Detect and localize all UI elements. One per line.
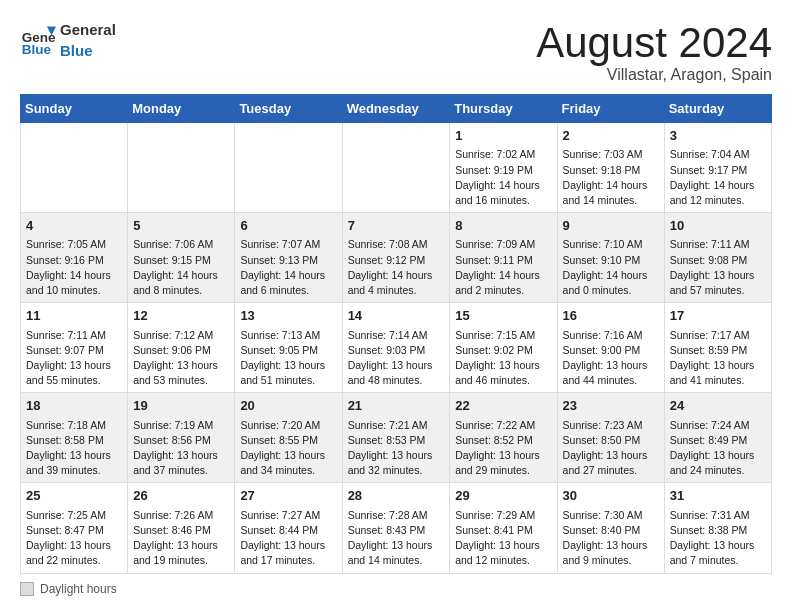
title-block: August 2024 Villastar, Aragon, Spain	[536, 20, 772, 84]
logo-icon: General Blue	[20, 22, 56, 58]
day-info: Sunrise: 7:30 AM Sunset: 8:40 PM Dayligh…	[563, 508, 659, 569]
calendar-cell: 26Sunrise: 7:26 AM Sunset: 8:46 PM Dayli…	[128, 483, 235, 573]
calendar-week-row: 4Sunrise: 7:05 AM Sunset: 9:16 PM Daylig…	[21, 213, 772, 303]
calendar-week-row: 1Sunrise: 7:02 AM Sunset: 9:19 PM Daylig…	[21, 123, 772, 213]
col-header-tuesday: Tuesday	[235, 95, 342, 123]
day-info: Sunrise: 7:13 AM Sunset: 9:05 PM Dayligh…	[240, 328, 336, 389]
calendar-header-row: SundayMondayTuesdayWednesdayThursdayFrid…	[21, 95, 772, 123]
day-number: 4	[26, 217, 122, 235]
logo: General Blue General Blue	[20, 20, 116, 61]
day-info: Sunrise: 7:20 AM Sunset: 8:55 PM Dayligh…	[240, 418, 336, 479]
day-number: 13	[240, 307, 336, 325]
calendar-cell	[21, 123, 128, 213]
calendar-cell: 21Sunrise: 7:21 AM Sunset: 8:53 PM Dayli…	[342, 393, 450, 483]
col-header-monday: Monday	[128, 95, 235, 123]
col-header-sunday: Sunday	[21, 95, 128, 123]
daylight-box	[20, 582, 34, 596]
calendar-week-row: 25Sunrise: 7:25 AM Sunset: 8:47 PM Dayli…	[21, 483, 772, 573]
calendar-week-row: 18Sunrise: 7:18 AM Sunset: 8:58 PM Dayli…	[21, 393, 772, 483]
calendar-cell: 15Sunrise: 7:15 AM Sunset: 9:02 PM Dayli…	[450, 303, 557, 393]
day-info: Sunrise: 7:15 AM Sunset: 9:02 PM Dayligh…	[455, 328, 551, 389]
daylight-label: Daylight hours	[40, 582, 117, 596]
day-number: 11	[26, 307, 122, 325]
day-number: 7	[348, 217, 445, 235]
calendar-cell: 14Sunrise: 7:14 AM Sunset: 9:03 PM Dayli…	[342, 303, 450, 393]
day-number: 24	[670, 397, 766, 415]
day-number: 21	[348, 397, 445, 415]
calendar-cell	[235, 123, 342, 213]
logo-blue-text: Blue	[60, 42, 93, 59]
calendar-cell: 10Sunrise: 7:11 AM Sunset: 9:08 PM Dayli…	[664, 213, 771, 303]
day-number: 12	[133, 307, 229, 325]
day-number: 20	[240, 397, 336, 415]
day-number: 16	[563, 307, 659, 325]
calendar-cell: 1Sunrise: 7:02 AM Sunset: 9:19 PM Daylig…	[450, 123, 557, 213]
day-number: 30	[563, 487, 659, 505]
calendar-cell: 2Sunrise: 7:03 AM Sunset: 9:18 PM Daylig…	[557, 123, 664, 213]
calendar-cell: 7Sunrise: 7:08 AM Sunset: 9:12 PM Daylig…	[342, 213, 450, 303]
day-info: Sunrise: 7:04 AM Sunset: 9:17 PM Dayligh…	[670, 147, 766, 208]
day-info: Sunrise: 7:16 AM Sunset: 9:00 PM Dayligh…	[563, 328, 659, 389]
day-info: Sunrise: 7:07 AM Sunset: 9:13 PM Dayligh…	[240, 237, 336, 298]
day-number: 31	[670, 487, 766, 505]
calendar-cell: 20Sunrise: 7:20 AM Sunset: 8:55 PM Dayli…	[235, 393, 342, 483]
svg-text:Blue: Blue	[22, 42, 52, 57]
day-number: 23	[563, 397, 659, 415]
day-number: 27	[240, 487, 336, 505]
calendar-cell: 13Sunrise: 7:13 AM Sunset: 9:05 PM Dayli…	[235, 303, 342, 393]
calendar-cell: 30Sunrise: 7:30 AM Sunset: 8:40 PM Dayli…	[557, 483, 664, 573]
day-number: 10	[670, 217, 766, 235]
col-header-wednesday: Wednesday	[342, 95, 450, 123]
day-number: 19	[133, 397, 229, 415]
day-number: 9	[563, 217, 659, 235]
day-info: Sunrise: 7:12 AM Sunset: 9:06 PM Dayligh…	[133, 328, 229, 389]
day-info: Sunrise: 7:05 AM Sunset: 9:16 PM Dayligh…	[26, 237, 122, 298]
calendar-cell: 5Sunrise: 7:06 AM Sunset: 9:15 PM Daylig…	[128, 213, 235, 303]
col-header-saturday: Saturday	[664, 95, 771, 123]
day-info: Sunrise: 7:11 AM Sunset: 9:08 PM Dayligh…	[670, 237, 766, 298]
day-info: Sunrise: 7:08 AM Sunset: 9:12 PM Dayligh…	[348, 237, 445, 298]
day-info: Sunrise: 7:31 AM Sunset: 8:38 PM Dayligh…	[670, 508, 766, 569]
day-info: Sunrise: 7:11 AM Sunset: 9:07 PM Dayligh…	[26, 328, 122, 389]
calendar-cell: 22Sunrise: 7:22 AM Sunset: 8:52 PM Dayli…	[450, 393, 557, 483]
day-number: 29	[455, 487, 551, 505]
day-info: Sunrise: 7:19 AM Sunset: 8:56 PM Dayligh…	[133, 418, 229, 479]
calendar-table: SundayMondayTuesdayWednesdayThursdayFrid…	[20, 94, 772, 573]
day-info: Sunrise: 7:23 AM Sunset: 8:50 PM Dayligh…	[563, 418, 659, 479]
day-number: 14	[348, 307, 445, 325]
day-info: Sunrise: 7:03 AM Sunset: 9:18 PM Dayligh…	[563, 147, 659, 208]
day-info: Sunrise: 7:09 AM Sunset: 9:11 PM Dayligh…	[455, 237, 551, 298]
day-info: Sunrise: 7:02 AM Sunset: 9:19 PM Dayligh…	[455, 147, 551, 208]
calendar-cell: 28Sunrise: 7:28 AM Sunset: 8:43 PM Dayli…	[342, 483, 450, 573]
calendar-footer: Daylight hours	[20, 582, 772, 596]
day-number: 6	[240, 217, 336, 235]
day-info: Sunrise: 7:22 AM Sunset: 8:52 PM Dayligh…	[455, 418, 551, 479]
calendar-cell: 18Sunrise: 7:18 AM Sunset: 8:58 PM Dayli…	[21, 393, 128, 483]
day-number: 26	[133, 487, 229, 505]
day-number: 8	[455, 217, 551, 235]
calendar-cell: 4Sunrise: 7:05 AM Sunset: 9:16 PM Daylig…	[21, 213, 128, 303]
calendar-cell: 3Sunrise: 7:04 AM Sunset: 9:17 PM Daylig…	[664, 123, 771, 213]
day-number: 22	[455, 397, 551, 415]
calendar-cell: 23Sunrise: 7:23 AM Sunset: 8:50 PM Dayli…	[557, 393, 664, 483]
day-info: Sunrise: 7:28 AM Sunset: 8:43 PM Dayligh…	[348, 508, 445, 569]
calendar-cell: 8Sunrise: 7:09 AM Sunset: 9:11 PM Daylig…	[450, 213, 557, 303]
day-number: 18	[26, 397, 122, 415]
calendar-cell	[128, 123, 235, 213]
day-number: 28	[348, 487, 445, 505]
page-header: General Blue General Blue August 2024 Vi…	[20, 20, 772, 84]
day-number: 15	[455, 307, 551, 325]
calendar-cell: 25Sunrise: 7:25 AM Sunset: 8:47 PM Dayli…	[21, 483, 128, 573]
calendar-cell: 16Sunrise: 7:16 AM Sunset: 9:00 PM Dayli…	[557, 303, 664, 393]
calendar-cell: 27Sunrise: 7:27 AM Sunset: 8:44 PM Dayli…	[235, 483, 342, 573]
logo-general-text: General	[60, 21, 116, 38]
day-number: 2	[563, 127, 659, 145]
day-info: Sunrise: 7:10 AM Sunset: 9:10 PM Dayligh…	[563, 237, 659, 298]
calendar-week-row: 11Sunrise: 7:11 AM Sunset: 9:07 PM Dayli…	[21, 303, 772, 393]
calendar-cell: 24Sunrise: 7:24 AM Sunset: 8:49 PM Dayli…	[664, 393, 771, 483]
calendar-cell: 9Sunrise: 7:10 AM Sunset: 9:10 PM Daylig…	[557, 213, 664, 303]
location-subtitle: Villastar, Aragon, Spain	[536, 66, 772, 84]
calendar-cell: 19Sunrise: 7:19 AM Sunset: 8:56 PM Dayli…	[128, 393, 235, 483]
col-header-friday: Friday	[557, 95, 664, 123]
day-info: Sunrise: 7:29 AM Sunset: 8:41 PM Dayligh…	[455, 508, 551, 569]
